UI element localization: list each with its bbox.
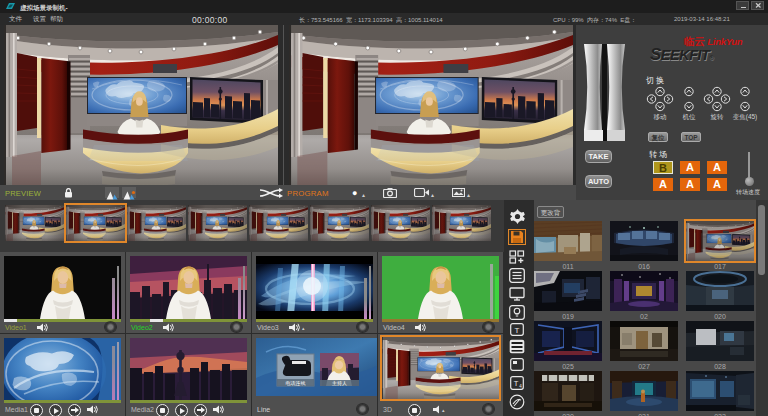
svg-text:T: T xyxy=(515,326,520,335)
svg-text:旋转: 旋转 xyxy=(711,113,725,121)
svg-text:4: 4 xyxy=(519,384,522,389)
svg-text:机位: 机位 xyxy=(683,113,697,120)
svg-text:T: T xyxy=(514,379,519,388)
svg-text:移动: 移动 xyxy=(654,113,667,121)
svg-text:变焦(45): 变焦(45) xyxy=(733,113,758,121)
